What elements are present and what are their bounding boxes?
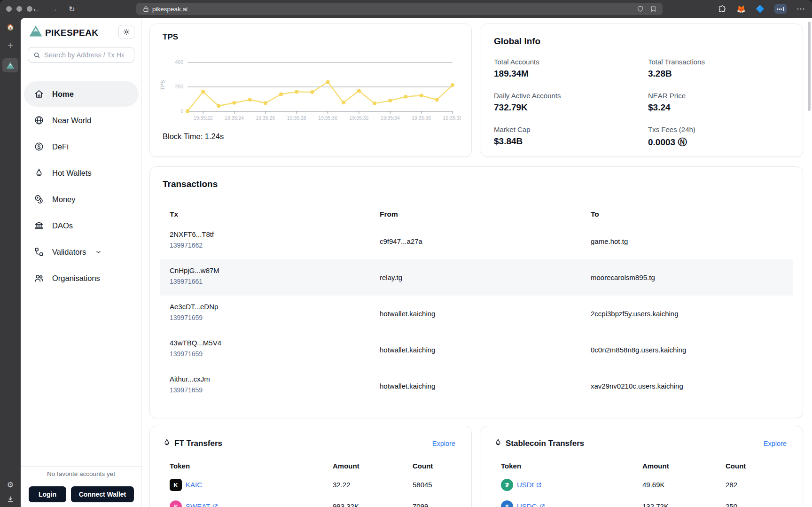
sidebar-item-defi[interactable]: DeFi <box>21 133 142 160</box>
table-row[interactable]: 2NXFT6...T8tf 139971662 c9f947...a27a ga… <box>160 223 793 259</box>
column-header-from: From <box>380 210 398 218</box>
to-account-link[interactable]: 0c0n2m858n8g.users.kaiching <box>591 346 686 354</box>
back-button[interactable]: ← <box>29 0 43 18</box>
metamask-icon[interactable]: 🦊 <box>736 5 746 14</box>
tx-hash-link[interactable]: 43wTBQ...M5V4 <box>170 339 221 347</box>
to-account-link[interactable]: game.hot.tg <box>591 237 628 245</box>
svg-text:19:35:24: 19:35:24 <box>225 115 244 121</box>
transactions-card: Transactions Tx From To 2NXFT6...T8tf 13… <box>149 166 803 418</box>
list-item[interactable]: S SWEAT 993.32K 7099 <box>150 496 471 507</box>
browser-toolbar: ← → ↻ pikespeak.ai 🦊 🔷 ⋯ <box>0 0 812 18</box>
svg-text:19:35:22: 19:35:22 <box>194 115 213 121</box>
from-account-link[interactable]: relay.tg <box>380 273 402 281</box>
token-name-link[interactable]: USDC <box>517 502 545 507</box>
organisations-icon <box>34 273 44 283</box>
sidebar-item-label: Organisations <box>52 274 100 283</box>
block-number-link[interactable]: 139971659 <box>170 314 218 321</box>
hot-wallets-icon <box>34 168 44 178</box>
list-item[interactable]: K KAIC 32.22 58045 <box>150 474 471 496</box>
table-row[interactable]: 43wTBQ...M5V4 139971659 hotwallet.kaichi… <box>160 332 793 368</box>
sun-icon <box>123 28 130 36</box>
block-number-link[interactable]: 139971662 <box>170 242 214 249</box>
stat-total-transactions: Total Transactions 3.28B <box>648 58 705 79</box>
login-button[interactable]: Login <box>29 486 66 502</box>
to-account-link[interactable]: moorecarolsm895.tg <box>591 273 655 281</box>
new-tab-button[interactable]: + <box>0 40 21 51</box>
active-tab-pikespeak[interactable] <box>2 58 18 72</box>
from-account-link[interactable]: hotwallet.kaiching <box>380 346 435 354</box>
stat-total-accounts: Total Accounts 189.34M <box>494 58 648 79</box>
reload-button[interactable]: ↻ <box>65 0 79 18</box>
sidebar-item-label: Money <box>52 195 76 204</box>
browser-settings-gear-icon[interactable]: ⚙ <box>0 480 21 489</box>
token-count: 7099 <box>413 502 428 507</box>
token-name-link[interactable]: SWEAT <box>186 502 218 507</box>
table-row[interactable]: Aithur...cxJm 139971659 hotwallet.kaichi… <box>160 368 793 404</box>
stablecoin-explore-link[interactable]: Explore <box>764 440 787 447</box>
pikespeak-favicon-icon <box>6 62 15 69</box>
search-input[interactable] <box>44 51 124 59</box>
to-account-link[interactable]: xav29nv0210c.users.kaiching <box>591 382 683 390</box>
sidebar-item-label: Hot Wallets <box>52 169 92 178</box>
sidebar-item-near-world[interactable]: Near World <box>21 107 142 133</box>
home-favicon-icon[interactable]: 🏠 <box>0 23 21 31</box>
lock-icon <box>143 6 149 12</box>
block-number-link[interactable]: 139971659 <box>170 350 221 358</box>
external-link-icon <box>539 504 545 507</box>
tx-hash-link[interactable]: Aithur...cxJm <box>170 375 210 383</box>
reading-list-icon[interactable] <box>650 5 657 13</box>
theme-toggle-button[interactable] <box>118 25 134 39</box>
to-account-link[interactable]: 2ccpi3bpzf5y.users.kaiching <box>591 310 679 318</box>
page-scrollbar-thumb[interactable] <box>808 22 811 111</box>
stat-value: $3.84B <box>494 136 648 147</box>
flame-icon <box>494 438 502 447</box>
token-name-link[interactable]: KAIC <box>186 481 202 489</box>
url-bar[interactable]: pikespeak.ai <box>136 3 663 15</box>
svg-text:19:35:26: 19:35:26 <box>256 115 275 121</box>
forward-button[interactable]: → <box>47 0 61 18</box>
block-number-link[interactable]: 139971659 <box>170 386 210 394</box>
password-manager-icon[interactable] <box>774 4 787 14</box>
sidebar-item-label: Validators <box>52 248 86 257</box>
overflow-menu-icon[interactable]: ⋯ <box>796 4 805 14</box>
table-row[interactable]: Ae3cDT...eDNp 139971659 hotwallet.kaichi… <box>160 296 793 332</box>
from-account-link[interactable]: c9f947...a27a <box>380 237 422 245</box>
list-item[interactable]: ₮ USDt 49.69K 282 <box>481 474 803 496</box>
tx-hash-link[interactable]: 2NXFT6...T8tf <box>170 230 214 238</box>
list-item[interactable]: $ USDC 132.72K 250 <box>481 496 803 507</box>
transactions-title: Transactions <box>163 179 218 189</box>
sidebar-item-money[interactable]: Money <box>21 186 142 212</box>
ft-explore-link[interactable]: Explore <box>432 440 455 447</box>
token-name-link[interactable]: USDt <box>517 481 542 489</box>
token-amount: 32.22 <box>333 481 351 489</box>
pikespeak-logo-icon <box>29 25 42 37</box>
wallet-gem-icon[interactable]: 🔷 <box>756 5 765 13</box>
minimize-window-button[interactable] <box>16 6 22 12</box>
block-time-text: Block Time: 1.24s <box>163 132 224 141</box>
sidebar-item-home[interactable]: Home <box>21 81 142 107</box>
connect-wallet-button[interactable]: Connect Wallet <box>71 486 134 502</box>
sidebar-item-daos[interactable]: DAOs <box>21 212 142 239</box>
sidebar-item-organisations[interactable]: Organisations <box>21 265 142 291</box>
from-account-link[interactable]: hotwallet.kaiching <box>380 382 435 390</box>
close-window-button[interactable] <box>6 6 12 12</box>
downloads-icon[interactable] <box>0 495 21 503</box>
svg-text:400: 400 <box>175 59 183 65</box>
stat-market-cap: Market Cap $3.84B <box>494 125 648 148</box>
tx-hash-link[interactable]: Ae3cDT...eDNp <box>170 303 218 311</box>
shield-icon[interactable] <box>637 5 644 13</box>
app-sidebar: PIKESPEAK Home Near World DeFi Hot Walle… <box>21 18 142 507</box>
ft-rows: K KAIC 32.22 58045 S SWEAT 993.32K 7099 <box>150 474 471 507</box>
block-number-link[interactable]: 139971661 <box>170 278 219 285</box>
stat-label: Market Cap <box>494 125 648 133</box>
table-row[interactable]: CnHpjG...w87M 139971661 relay.tg mooreca… <box>160 259 793 296</box>
extensions-puzzle-icon[interactable] <box>718 5 726 14</box>
tx-hash-link[interactable]: CnHpjG...w87M <box>170 266 219 274</box>
from-account-link[interactable]: hotwallet.kaiching <box>380 310 435 318</box>
sidebar-item-validators[interactable]: Validators <box>21 239 142 265</box>
external-link-icon <box>536 482 542 488</box>
token-count: 250 <box>726 502 737 507</box>
home-icon <box>34 89 44 99</box>
sidebar-item-hot-wallets[interactable]: Hot Wallets <box>21 160 142 186</box>
global-info-title: Global Info <box>494 36 540 47</box>
